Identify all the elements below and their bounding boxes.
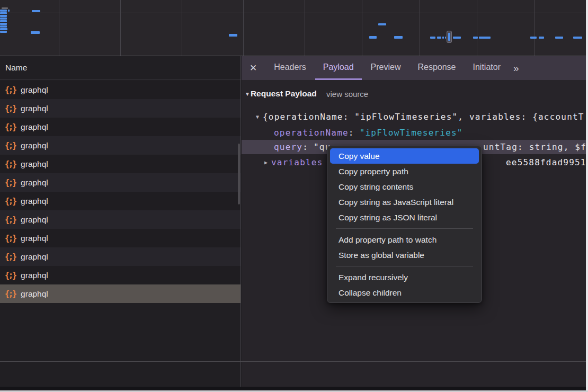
fetch-xhr-icon: {;} bbox=[5, 141, 16, 150]
more-tabs-icon[interactable]: » bbox=[513, 63, 518, 74]
overview-vertical-gridline bbox=[362, 0, 362, 56]
menu-item-copy-string-as-javascript-literal[interactable]: Copy string as JavaScript literal bbox=[330, 194, 479, 210]
property-key: operationName bbox=[274, 128, 349, 138]
property-value-fragment: untTag: string, $f bbox=[483, 142, 586, 152]
menu-separator bbox=[336, 228, 473, 229]
fetch-xhr-icon: {;} bbox=[5, 178, 16, 188]
request-name: graphql bbox=[21, 215, 48, 225]
overview-position-marker bbox=[447, 31, 452, 43]
scrollbar-thumb[interactable] bbox=[238, 144, 240, 204]
requests-list: {;}graphql{;}graphql{;}graphql{;}graphql… bbox=[0, 81, 240, 303]
overview-request-bar bbox=[0, 25, 7, 28]
overview-request-bar bbox=[445, 37, 446, 39]
overview-request-bar bbox=[0, 10, 7, 12]
overview-request-bar bbox=[32, 10, 40, 12]
menu-item-expand-recursively[interactable]: Expand recursively bbox=[330, 270, 479, 285]
fetch-xhr-icon: {;} bbox=[5, 289, 16, 299]
overview-vertical-gridline bbox=[59, 0, 59, 56]
payload-summary-text: {operationName: "ipFlowTimeseries", vari… bbox=[263, 112, 584, 122]
request-name: graphql bbox=[21, 234, 48, 243]
overview-vertical-gridline bbox=[182, 0, 182, 56]
footer-divider bbox=[0, 361, 588, 362]
property-value: "ipFlowTimeseries" bbox=[360, 128, 463, 138]
expand-triangle-icon[interactable]: ▼ bbox=[256, 114, 259, 120]
detail-tab-bar: ✕ HeadersPayloadPreviewResponseInitiator… bbox=[242, 56, 588, 80]
tab-headers[interactable]: Headers bbox=[266, 56, 314, 80]
request-name: graphql bbox=[21, 178, 48, 188]
menu-item-copy-string-as-json-literal[interactable]: Copy string as JSON literal bbox=[330, 210, 479, 225]
request-name: graphql bbox=[21, 289, 48, 299]
overview-request-bar bbox=[539, 37, 544, 39]
screenshot-right-edge bbox=[586, 0, 588, 390]
overview-request-bar bbox=[0, 31, 7, 33]
menu-item-add-property-path-to-watch[interactable]: Add property path to watch bbox=[330, 232, 479, 247]
menu-item-copy-string-contents[interactable]: Copy string contents bbox=[330, 179, 479, 194]
overview-request-bar bbox=[369, 36, 377, 39]
bottom-strip bbox=[0, 387, 588, 390]
fetch-xhr-icon: {;} bbox=[5, 159, 16, 169]
request-row[interactable]: {;}graphql bbox=[0, 247, 240, 266]
tab-payload[interactable]: Payload bbox=[315, 56, 362, 80]
property-key: variables bbox=[271, 157, 323, 167]
overview-vertical-gridline bbox=[305, 0, 305, 56]
overview-request-bar bbox=[453, 37, 461, 39]
menu-item-collapse-children[interactable]: Collapse children bbox=[330, 285, 479, 300]
overview-vertical-gridline bbox=[243, 0, 244, 56]
requests-panel: Name {;}graphql{;}graphql{;}graphql{;}gr… bbox=[0, 56, 241, 388]
overview-request-bar bbox=[31, 31, 40, 34]
property-key: query bbox=[274, 142, 302, 152]
request-name: graphql bbox=[21, 104, 48, 113]
request-name: graphql bbox=[21, 252, 48, 262]
request-row[interactable]: {;}graphql bbox=[0, 266, 240, 284]
overview-request-bar bbox=[0, 12, 7, 14]
request-row[interactable]: {;}graphql bbox=[0, 210, 240, 229]
request-name: graphql bbox=[21, 85, 48, 95]
menu-item-store-as-global-variable[interactable]: Store as global variable bbox=[330, 247, 479, 263]
menu-item-copy-value[interactable]: Copy value bbox=[330, 148, 479, 164]
request-row[interactable]: {;}graphql bbox=[0, 99, 240, 118]
overview-vertical-gridline bbox=[120, 0, 121, 56]
request-name: graphql bbox=[21, 159, 48, 169]
overview-vertical-gridline bbox=[420, 0, 420, 56]
overview-request-bar bbox=[473, 37, 478, 39]
fetch-xhr-icon: {;} bbox=[5, 122, 16, 132]
operation-name-row[interactable]: operationName:"ipFlowTimeseries" bbox=[274, 126, 463, 140]
collapse-triangle-icon[interactable]: ▼ bbox=[245, 91, 250, 97]
section-title: Request Payload bbox=[251, 89, 317, 99]
request-name: graphql bbox=[21, 141, 48, 150]
request-row[interactable]: {;}graphql bbox=[0, 192, 240, 210]
menu-item-copy-property-path[interactable]: Copy property path bbox=[330, 164, 479, 179]
view-source-link[interactable]: view source bbox=[326, 90, 368, 99]
overview-request-bar bbox=[479, 37, 491, 39]
fetch-xhr-icon: {;} bbox=[5, 197, 16, 206]
request-name: graphql bbox=[21, 197, 48, 206]
request-row[interactable]: {;}graphql bbox=[0, 229, 240, 247]
request-name: graphql bbox=[21, 122, 48, 132]
request-row[interactable]: {;}graphql bbox=[0, 118, 240, 136]
overview-vertical-gridline bbox=[477, 0, 477, 56]
tab-response[interactable]: Response bbox=[409, 56, 464, 80]
overview-request-bar bbox=[378, 23, 386, 25]
request-row[interactable]: {;}graphql bbox=[0, 284, 240, 303]
fetch-xhr-icon: {;} bbox=[5, 234, 16, 243]
tab-initiator[interactable]: Initiator bbox=[465, 56, 509, 80]
request-row[interactable]: {;}graphql bbox=[0, 173, 240, 192]
close-icon[interactable]: ✕ bbox=[250, 63, 257, 74]
payload-root-row[interactable]: ▼ {operationName: "ipFlowTimeseries", va… bbox=[256, 110, 584, 124]
variables-property-row[interactable]: ▶ variables ee5588fdad995178a0 bbox=[264, 155, 323, 170]
overview-request-bar bbox=[442, 37, 444, 39]
network-overview[interactable] bbox=[0, 0, 588, 56]
overview-request-bar bbox=[555, 37, 563, 39]
overview-request-bar bbox=[0, 23, 7, 25]
request-row[interactable]: {;}graphql bbox=[0, 81, 240, 99]
detail-tabs: HeadersPayloadPreviewResponseInitiator bbox=[265, 56, 509, 80]
expand-triangle-icon[interactable]: ▶ bbox=[264, 159, 268, 165]
colon-separator: : bbox=[349, 128, 354, 138]
column-header-name[interactable]: Name bbox=[0, 56, 240, 80]
request-payload-section: ▼ Request Payload view source bbox=[245, 89, 317, 99]
tab-preview[interactable]: Preview bbox=[363, 56, 409, 80]
request-row[interactable]: {;}graphql bbox=[0, 155, 240, 173]
overview-request-bar bbox=[8, 10, 10, 12]
overview-request-bar bbox=[430, 37, 435, 39]
request-row[interactable]: {;}graphql bbox=[0, 136, 240, 155]
